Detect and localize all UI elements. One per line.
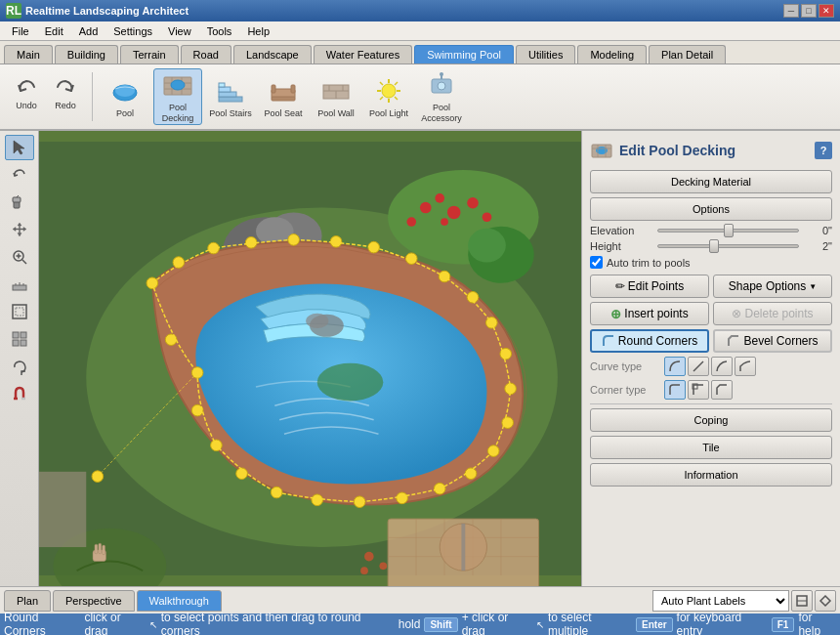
- svg-point-64: [467, 197, 479, 209]
- height-thumb[interactable]: [709, 239, 719, 253]
- status-hold: hold: [399, 617, 421, 631]
- frame-tool[interactable]: [5, 299, 34, 324]
- svg-point-66: [441, 218, 448, 226]
- delete-points-button[interactable]: ⊗ Delete points: [713, 302, 832, 325]
- tool-pool-decking[interactable]: Pool Decking: [153, 68, 202, 125]
- grid-tool[interactable]: [5, 326, 34, 352]
- shape-options-button[interactable]: Shape Options ▼: [713, 275, 832, 298]
- pencil-icon: ✏: [615, 279, 625, 293]
- tool-pool[interactable]: Pool: [101, 68, 149, 125]
- pool-wall-icon: [320, 75, 352, 106]
- tool-pool-wall[interactable]: Pool Wall: [312, 68, 360, 125]
- undo-redo-group: Undo Redo: [8, 68, 84, 125]
- f1-key: F1: [772, 617, 795, 632]
- maximize-button[interactable]: □: [801, 4, 817, 18]
- pool-light-label: Pool Light: [369, 108, 408, 119]
- svg-rect-48: [16, 308, 23, 316]
- tool-pool-seat[interactable]: Pool Seat: [259, 68, 308, 125]
- menu-view[interactable]: View: [160, 23, 199, 39]
- auto-trim-label[interactable]: Auto trim to pools: [607, 257, 691, 269]
- tab-swimming-pool[interactable]: Swimming Pool: [414, 45, 514, 64]
- pool-seat-label: Pool Seat: [264, 108, 302, 119]
- status-instruction-3: + click or drag: [462, 611, 532, 635]
- delete-icon: ⊗: [732, 307, 741, 320]
- view-tab-plan[interactable]: Plan: [4, 590, 51, 612]
- undo-button[interactable]: Undo: [8, 68, 45, 125]
- curve-type-4[interactable]: [735, 357, 756, 376]
- curve-type-3[interactable]: [711, 357, 733, 376]
- svg-rect-37: [13, 197, 21, 202]
- menu-add[interactable]: Add: [71, 23, 106, 39]
- decking-material-button[interactable]: Decking Material: [590, 170, 832, 193]
- tab-building[interactable]: Building: [55, 45, 118, 64]
- corner-type-1[interactable]: [664, 380, 686, 400]
- undo-sidebar[interactable]: [5, 162, 34, 188]
- tab-utilities[interactable]: Utilities: [516, 45, 575, 64]
- view-tab-perspective[interactable]: Perspective: [53, 590, 134, 612]
- close-button[interactable]: ✕: [819, 4, 834, 18]
- zoom-tool[interactable]: [5, 244, 34, 270]
- tool-pool-accessory[interactable]: Pool Accessory: [417, 68, 466, 125]
- tab-road[interactable]: Road: [181, 45, 231, 64]
- main-layout: Edit Pool Decking ? Decking Material Opt…: [0, 131, 840, 586]
- toolbar-separator-1: [92, 72, 93, 121]
- redo-button[interactable]: Redo: [47, 68, 84, 125]
- tab-terrain[interactable]: Terrain: [120, 45, 179, 64]
- insert-points-button[interactable]: ⊕ Insert points: [590, 302, 709, 325]
- tab-landscape[interactable]: Landscape: [233, 45, 312, 64]
- height-row: Height 2": [590, 240, 832, 252]
- options-button[interactable]: Options: [590, 197, 832, 221]
- pool-seat-icon: [268, 75, 299, 106]
- elevation-value: 0": [803, 225, 832, 236]
- status-instruction-5: for keyboard entry: [677, 611, 768, 635]
- minimize-button[interactable]: ─: [783, 4, 799, 18]
- coping-button[interactable]: Coping: [590, 408, 832, 432]
- window-controls: ─ □ ✕: [783, 4, 834, 18]
- menu-tools[interactable]: Tools: [199, 23, 240, 39]
- view-bar: Plan Perspective Walkthrough Auto Plant …: [0, 586, 840, 614]
- menu-file[interactable]: File: [4, 23, 37, 39]
- svg-rect-114: [103, 545, 105, 555]
- auto-trim-checkbox[interactable]: [590, 256, 603, 269]
- rotate-tool[interactable]: [5, 354, 34, 379]
- delete-points-label: Delete points: [744, 307, 813, 320]
- svg-point-67: [406, 217, 416, 227]
- corner-type-3[interactable]: [711, 380, 733, 400]
- edit-shape-row: ✏ Edit Points Shape Options ▼: [590, 275, 832, 298]
- corner-type-2[interactable]: [688, 380, 709, 400]
- help-button[interactable]: ?: [815, 142, 832, 159]
- view-tab-walkthrough[interactable]: Walkthrough: [137, 590, 222, 612]
- eyedropper-tool[interactable]: [5, 190, 34, 215]
- edit-points-button[interactable]: ✏ Edit Points: [590, 275, 709, 298]
- select-tool[interactable]: [5, 135, 34, 160]
- bevel-corners-button[interactable]: Bevel Corners: [713, 329, 832, 353]
- tab-plan-detail[interactable]: Plan Detail: [649, 45, 726, 64]
- elevation-thumb[interactable]: [724, 224, 734, 237]
- plant-labels-dropdown[interactable]: Auto Plant Labels Show All Labels Hide A…: [652, 590, 789, 612]
- menu-settings[interactable]: Settings: [105, 23, 160, 39]
- pan-tool[interactable]: [5, 217, 34, 242]
- svg-rect-10: [219, 97, 242, 102]
- tool-pool-light[interactable]: Pool Light: [364, 68, 413, 125]
- menu-edit[interactable]: Edit: [37, 23, 71, 39]
- view-icon-btn-2[interactable]: [815, 590, 836, 612]
- information-button[interactable]: Information: [590, 463, 832, 487]
- tab-water-features[interactable]: Water Features: [314, 45, 412, 64]
- tool-pool-stairs[interactable]: Pool Stairs: [206, 68, 255, 125]
- status-main-text: Round Corners: [4, 611, 80, 635]
- round-corners-button[interactable]: Round Corners: [590, 329, 709, 353]
- round-corner-icon: [602, 334, 615, 348]
- svg-rect-15: [272, 97, 295, 101]
- measure-tool[interactable]: [5, 272, 34, 297]
- menu-help[interactable]: Help: [239, 23, 277, 39]
- magnet-tool[interactable]: [5, 381, 34, 406]
- curve-type-2[interactable]: [688, 357, 709, 376]
- tab-main[interactable]: Main: [4, 45, 53, 64]
- curve-type-1[interactable]: [664, 357, 686, 376]
- height-slider[interactable]: [657, 244, 799, 248]
- view-icon-btn-1[interactable]: [791, 590, 813, 612]
- tile-button[interactable]: Tile: [590, 436, 832, 459]
- canvas-area[interactable]: [39, 131, 581, 586]
- elevation-slider[interactable]: [657, 229, 799, 233]
- tab-modeling[interactable]: Modeling: [577, 45, 647, 64]
